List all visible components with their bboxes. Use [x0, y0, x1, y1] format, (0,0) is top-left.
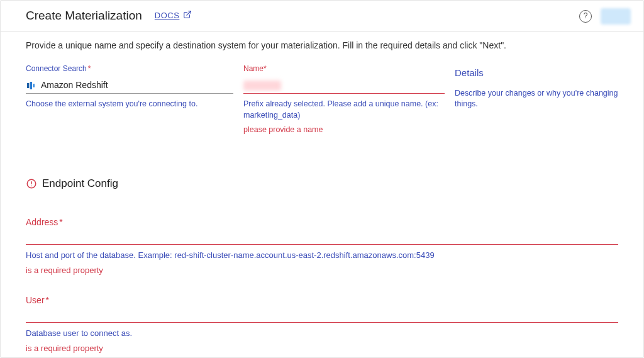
external-link-icon: [183, 10, 192, 22]
name-error: please provide a name: [243, 125, 445, 136]
address-input[interactable]: [26, 231, 618, 245]
user-chip[interactable]: [601, 8, 631, 25]
svg-rect-1: [27, 83, 29, 88]
page-body: Provide a unique name and specify a dest…: [1, 32, 643, 358]
address-label: Address*: [26, 216, 618, 229]
details-field: Details Describe your changes or why you…: [455, 64, 618, 110]
redshift-icon: [26, 81, 36, 91]
page-title: Create Materialization: [26, 8, 142, 25]
docs-link-label: DOCS: [155, 10, 180, 21]
name-value-redacted: [243, 81, 281, 91]
details-label: Details: [455, 64, 618, 79]
endpoint-config-section: Endpoint Config Address* Host and port o…: [26, 176, 618, 358]
user-input[interactable]: [26, 309, 618, 323]
address-desc: Host and port of the database. Example: …: [26, 250, 618, 261]
page-header: Create Materialization DOCS ?: [1, 1, 643, 32]
name-field: Name* Prefix already selected. Please ad…: [243, 64, 445, 136]
name-label: Name*: [243, 64, 445, 74]
section-title: Endpoint Config: [42, 176, 118, 191]
details-help: Describe your changes or why you're chan…: [455, 88, 618, 110]
connector-label: Connector Search*: [26, 64, 233, 74]
page-root: Create Materialization DOCS ? Provide a …: [0, 0, 644, 358]
connector-input[interactable]: Amazon Redshift: [26, 77, 233, 94]
docs-link[interactable]: DOCS: [155, 10, 192, 22]
svg-rect-3: [33, 84, 35, 87]
svg-rect-2: [30, 82, 32, 89]
top-field-row: Connector Search* Amazon Redshift Choose…: [26, 64, 618, 136]
name-help: Prefix already selected. Please add a un…: [243, 99, 445, 121]
help-icon[interactable]: ?: [579, 10, 592, 23]
svg-line-0: [187, 11, 191, 15]
user-desc: Database user to connect as.: [26, 328, 618, 339]
connector-field: Connector Search* Amazon Redshift Choose…: [26, 64, 233, 110]
alert-icon: [26, 178, 37, 189]
user-label: User*: [26, 294, 618, 307]
name-input[interactable]: [243, 77, 445, 94]
connector-help: Choose the external system you're connec…: [26, 99, 233, 110]
user-field: User* Database user to connect as. is a …: [26, 294, 618, 355]
section-header: Endpoint Config: [26, 176, 618, 191]
connector-value: Amazon Redshift: [41, 79, 108, 92]
address-error: is a required property: [26, 265, 618, 276]
intro-text: Provide a unique name and specify a dest…: [26, 40, 618, 52]
address-field: Address* Host and port of the database. …: [26, 216, 618, 277]
svg-point-6: [31, 185, 32, 186]
user-error: is a required property: [26, 343, 618, 354]
